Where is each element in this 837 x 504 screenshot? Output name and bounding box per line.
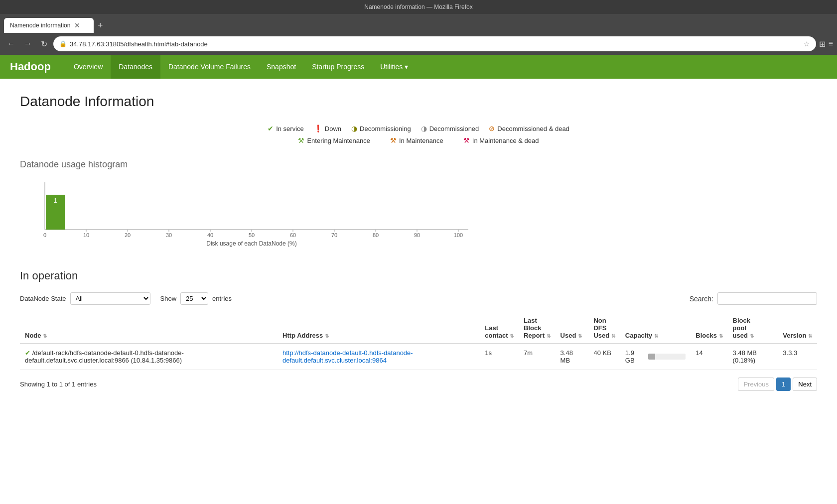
cell-version: 3.3.3 bbox=[778, 344, 817, 370]
main-nav: Overview Datanodes Datanode Volume Failu… bbox=[66, 55, 416, 79]
svg-text:10: 10 bbox=[83, 232, 89, 238]
state-filter-label: DataNode State bbox=[20, 295, 66, 302]
pagination-buttons: Previous 1 Next bbox=[738, 378, 817, 391]
window-title: Namenode information — Mozilla Firefox bbox=[364, 3, 472, 10]
entries-label: entries bbox=[212, 295, 232, 302]
svg-text:40: 40 bbox=[207, 232, 213, 238]
legend-entering-maintenance: ⚒ Entering Maintenance ⚒ In Maintenance … bbox=[20, 136, 817, 144]
sort-contact-icon[interactable]: ⇅ bbox=[510, 333, 514, 339]
pagination-info: Showing 1 to 1 of 1 entries bbox=[20, 380, 97, 388]
sort-http-icon[interactable]: ⇅ bbox=[325, 333, 329, 339]
down-icon: ❗ bbox=[314, 125, 322, 132]
back-button[interactable]: ← bbox=[4, 37, 18, 50]
svg-text:60: 60 bbox=[290, 232, 296, 238]
col-blocks: Blocks ⇅ bbox=[691, 313, 727, 344]
datanode-table: Node ⇅ Http Address ⇅ Lastcontact ⇅ Last… bbox=[20, 313, 817, 370]
pagination-row: Showing 1 to 1 of 1 entries Previous 1 N… bbox=[20, 378, 817, 391]
legend-decommissioning: ◑ Decommissioning bbox=[351, 125, 411, 132]
forward-button[interactable]: → bbox=[21, 37, 35, 50]
cell-last-block-report: 7m bbox=[519, 344, 556, 370]
in-maintenance-label: In Maintenance bbox=[399, 137, 443, 144]
histogram-chart: 1 0 10 20 30 40 50 60 70 80 90 100 Disk … bbox=[30, 180, 478, 250]
capacity-bar bbox=[648, 354, 686, 360]
tab-close-button[interactable]: ✕ bbox=[74, 21, 80, 29]
search-group: Search: bbox=[690, 292, 817, 305]
in-service-label: In service bbox=[276, 125, 304, 132]
page-1-button[interactable]: 1 bbox=[776, 378, 791, 391]
nav-item-startup-progress[interactable]: Startup Progress bbox=[304, 55, 372, 79]
next-button[interactable]: Next bbox=[793, 378, 817, 391]
status-legend: ✔ In service ❗ Down ◑ Decommissioning ◑ … bbox=[20, 125, 817, 144]
sort-used-icon[interactable]: ⇅ bbox=[578, 333, 582, 339]
decommissioned-dead-icon: ⊘ bbox=[489, 125, 495, 132]
in-operation-title: In operation bbox=[20, 269, 817, 282]
in-maintenance-dead-label: In Maintenance & dead bbox=[472, 137, 539, 144]
nav-item-snapshot[interactable]: Snapshot bbox=[259, 55, 304, 79]
lock-icon: 🔒 bbox=[59, 40, 67, 47]
sort-version-icon[interactable]: ⇅ bbox=[808, 333, 812, 339]
table-controls: DataNode State All In Service Decommissi… bbox=[20, 292, 817, 305]
sort-pool-icon[interactable]: ⇅ bbox=[750, 333, 754, 339]
show-entries-group: Show 10 25 50 100 entries bbox=[160, 292, 232, 305]
cell-blocks: 14 bbox=[691, 344, 727, 370]
decommissioned-label: Decommissioned bbox=[429, 125, 479, 132]
cell-block-pool: 3.48 MB (0.18%) bbox=[728, 344, 778, 370]
nav-item-overview[interactable]: Overview bbox=[66, 55, 111, 79]
new-tab-button[interactable]: + bbox=[94, 18, 107, 33]
browser-nav-icons: ⊞ ≡ bbox=[819, 39, 833, 49]
col-version: Version ⇅ bbox=[778, 313, 817, 344]
brand-logo: Hadoop bbox=[10, 60, 51, 73]
col-used: Used ⇅ bbox=[556, 313, 589, 344]
entering-maintenance-icon: ⚒ bbox=[298, 136, 304, 144]
search-input[interactable] bbox=[717, 292, 817, 305]
bookmark-icon[interactable]: ☆ bbox=[804, 40, 810, 48]
table-header-row: Node ⇅ Http Address ⇅ Lastcontact ⇅ Last… bbox=[20, 313, 817, 344]
sort-node-icon[interactable]: ⇅ bbox=[43, 333, 47, 339]
extensions-icon[interactable]: ⊞ bbox=[819, 39, 826, 49]
in-maintenance-dead-icon: ⚒ bbox=[463, 136, 470, 144]
capacity-text: 1.9 GB bbox=[625, 349, 644, 364]
histogram-title: Datanode usage histogram bbox=[20, 159, 817, 170]
tab-bar: Namenode information ✕ + bbox=[0, 14, 837, 33]
in-maintenance-icon: ⚒ bbox=[390, 136, 397, 144]
svg-text:50: 50 bbox=[249, 232, 255, 238]
svg-text:70: 70 bbox=[331, 232, 337, 238]
legend-decommissioned: ◑ Decommissioned bbox=[421, 125, 479, 132]
node-name: /default-rack/hdfs-datanode-default-0.hd… bbox=[25, 349, 184, 364]
svg-text:100: 100 bbox=[454, 232, 463, 238]
sort-non-dfs-icon[interactable]: ⇅ bbox=[611, 333, 615, 339]
sort-blocks-icon[interactable]: ⇅ bbox=[719, 333, 723, 339]
search-label: Search: bbox=[690, 295, 713, 303]
nav-item-datanodes[interactable]: Datanodes bbox=[111, 55, 160, 79]
app-header: Hadoop Overview Datanodes Datanode Volum… bbox=[0, 55, 837, 79]
legend-decommissioned-dead: ⊘ Decommissioned & dead bbox=[489, 125, 569, 132]
down-label: Down bbox=[325, 125, 341, 132]
show-entries-select[interactable]: 10 25 50 100 bbox=[180, 292, 208, 305]
state-filter-group: DataNode State All In Service Decommissi… bbox=[20, 292, 150, 305]
cell-node: ✔ /default-rack/hdfs-datanode-default-0.… bbox=[20, 344, 278, 370]
nav-item-volume-failures[interactable]: Datanode Volume Failures bbox=[160, 55, 259, 79]
histogram-section: Datanode usage histogram 1 0 10 20 30 40… bbox=[20, 159, 817, 250]
cell-non-dfs-used: 40 KB bbox=[588, 344, 620, 370]
state-filter-select[interactable]: All In Service Decommissioning Decommiss… bbox=[70, 292, 150, 305]
prev-button[interactable]: Previous bbox=[738, 378, 774, 391]
http-address-link[interactable]: http://hdfs-datanode-default-0.hdfs-data… bbox=[282, 349, 413, 364]
menu-icon[interactable]: ≡ bbox=[829, 39, 833, 49]
svg-text:20: 20 bbox=[125, 232, 131, 238]
tab-label: Namenode information bbox=[10, 22, 70, 29]
nav-item-utilities[interactable]: Utilities ▾ bbox=[372, 55, 416, 79]
svg-text:30: 30 bbox=[166, 232, 172, 238]
url-text: 34.78.17.63:31805/dfshealth.html#tab-dat… bbox=[70, 40, 801, 48]
in-service-icon: ✔ bbox=[268, 125, 274, 132]
sort-capacity-icon[interactable]: ⇅ bbox=[654, 333, 658, 339]
svg-text:Disk usage of each DataNode (%: Disk usage of each DataNode (%) bbox=[206, 240, 296, 247]
entering-maintenance-label: Entering Maintenance bbox=[307, 137, 370, 144]
col-last-contact: Lastcontact ⇅ bbox=[480, 313, 519, 344]
browser-tab[interactable]: Namenode information ✕ bbox=[4, 18, 94, 33]
sort-block-report-icon[interactable]: ⇅ bbox=[547, 333, 551, 339]
address-bar[interactable]: 🔒 34.78.17.63:31805/dfshealth.html#tab-d… bbox=[53, 36, 816, 51]
refresh-button[interactable]: ↻ bbox=[38, 37, 50, 51]
node-status-icon: ✔ bbox=[25, 349, 30, 357]
decommissioned-dead-label: Decommissioned & dead bbox=[497, 125, 569, 132]
table-row: ✔ /default-rack/hdfs-datanode-default-0.… bbox=[20, 344, 817, 370]
